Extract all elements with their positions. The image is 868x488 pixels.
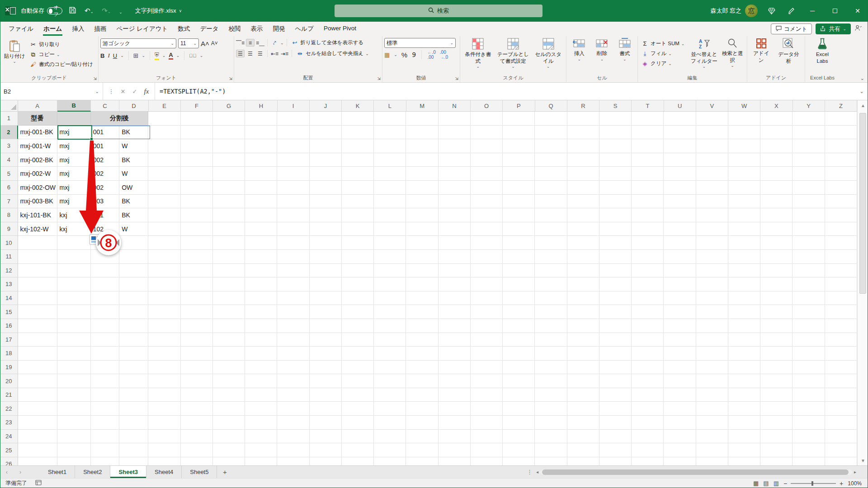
cell-B7[interactable]: mxj (57, 195, 91, 209)
cell-V6[interactable] (696, 181, 728, 195)
cell-M26[interactable] (406, 457, 438, 465)
cell-S12[interactable] (599, 264, 632, 278)
cell-M25[interactable] (406, 443, 438, 457)
cell-O14[interactable] (471, 291, 503, 305)
vertical-scroll-thumb[interactable] (859, 113, 866, 294)
cell-W18[interactable] (728, 347, 760, 361)
cell-L24[interactable] (374, 430, 406, 444)
cell-L18[interactable] (374, 347, 406, 361)
cell-M6[interactable] (406, 181, 438, 195)
cell-Y23[interactable] (793, 416, 825, 430)
row-header-7[interactable]: 7 (0, 195, 18, 209)
cell-Z18[interactable] (825, 347, 857, 361)
cell-L10[interactable] (374, 236, 406, 250)
format-as-table-button[interactable]: テーブルとして書式設定⌄ (496, 38, 530, 69)
column-header-V[interactable]: V (696, 100, 728, 112)
cell-O6[interactable] (471, 181, 503, 195)
cell-L2[interactable] (374, 126, 406, 140)
cell-J10[interactable] (310, 236, 342, 250)
cell-D13[interactable] (119, 277, 148, 291)
cell-M7[interactable] (406, 195, 438, 209)
cell-G1[interactable] (213, 112, 245, 126)
cell-T16[interactable] (632, 319, 664, 333)
cell-H16[interactable] (245, 319, 277, 333)
cell-K26[interactable] (342, 457, 374, 465)
cell-T20[interactable] (632, 374, 664, 388)
ribbon-tab-挿入[interactable]: 挿入 (67, 23, 89, 35)
cell-P6[interactable] (503, 181, 535, 195)
cell-Z22[interactable] (825, 402, 857, 416)
cell-G10[interactable] (213, 236, 245, 250)
addins-button[interactable]: アドイン (752, 38, 771, 63)
cell-J25[interactable] (310, 443, 342, 457)
cell-Z8[interactable] (825, 208, 857, 222)
cell-P24[interactable] (503, 430, 535, 444)
cell-Y24[interactable] (793, 430, 825, 444)
italic-button[interactable]: I (108, 52, 109, 59)
cell-J22[interactable] (310, 402, 342, 416)
cell-B12[interactable] (57, 264, 91, 278)
cell-S26[interactable] (599, 457, 632, 465)
excel-app-icon[interactable] (5, 5, 16, 17)
cell-R8[interactable] (567, 208, 599, 222)
cell-N11[interactable] (439, 250, 471, 264)
cell-L26[interactable] (374, 457, 406, 465)
cell-T7[interactable] (632, 195, 664, 209)
cell-G4[interactable] (213, 153, 245, 167)
cell-D25[interactable] (119, 443, 148, 457)
cell-V26[interactable] (696, 457, 728, 465)
cell-R5[interactable] (567, 167, 599, 181)
cell-I4[interactable] (277, 153, 309, 167)
cell-E9[interactable] (148, 222, 180, 236)
cell-O18[interactable] (471, 347, 503, 361)
cell-I20[interactable] (277, 374, 309, 388)
cell-P23[interactable] (503, 416, 535, 430)
cell-Y17[interactable] (793, 333, 825, 347)
cell-S9[interactable] (599, 222, 632, 236)
sheet-nav-left-icon[interactable]: ‹ (0, 466, 14, 478)
accounting-format-icon[interactable]: ▦ (384, 52, 390, 58)
cell-V20[interactable] (696, 374, 728, 388)
row-header-13[interactable]: 13 (0, 277, 18, 291)
cell-Q20[interactable] (535, 374, 567, 388)
cell-N2[interactable] (439, 126, 471, 140)
align-center-icon[interactable]: ☰ (246, 50, 255, 57)
share-person-icon[interactable] (854, 25, 862, 33)
cell-B17[interactable] (57, 333, 91, 347)
cell-D6[interactable]: OW (119, 181, 148, 195)
cell-X12[interactable] (760, 264, 793, 278)
row-header-19[interactable]: 19 (0, 361, 18, 375)
cell-W24[interactable] (728, 430, 760, 444)
name-box[interactable]: B2⌄ (0, 83, 103, 100)
cell-A11[interactable] (18, 250, 57, 264)
cell-D24[interactable] (119, 430, 148, 444)
column-header-D[interactable]: D (119, 100, 148, 112)
cell-J6[interactable] (310, 181, 342, 195)
cell-Q7[interactable] (535, 195, 567, 209)
cell-J14[interactable] (310, 291, 342, 305)
cell-Z23[interactable] (825, 416, 857, 430)
cell-J4[interactable] (310, 153, 342, 167)
cell-F10[interactable] (181, 236, 213, 250)
cell-T23[interactable] (632, 416, 664, 430)
orientation-icon[interactable]: ⤤ (270, 39, 279, 47)
cell-B6[interactable]: mxj (57, 181, 91, 195)
cell-B9[interactable]: kxj (57, 222, 91, 236)
cell-A14[interactable] (18, 291, 57, 305)
cell-N6[interactable] (439, 181, 471, 195)
sheet-nav-right-icon[interactable]: › (14, 466, 27, 478)
cell-C21[interactable] (91, 388, 119, 402)
cell-Q22[interactable] (535, 402, 567, 416)
cell-Q26[interactable] (535, 457, 567, 465)
align-middle-icon[interactable]: ≡ (246, 39, 255, 47)
cell-J15[interactable] (310, 305, 342, 319)
row-header-22[interactable]: 22 (0, 402, 18, 416)
increase-decimal-icon[interactable]: ←.0.00 (427, 50, 435, 60)
column-header-M[interactable]: M (406, 100, 439, 112)
cell-G24[interactable] (213, 430, 245, 444)
cell-A18[interactable] (18, 347, 57, 361)
cell-U13[interactable] (664, 277, 696, 291)
cell-P12[interactable] (503, 264, 535, 278)
cell-I10[interactable] (277, 236, 309, 250)
cell-O23[interactable] (471, 416, 503, 430)
